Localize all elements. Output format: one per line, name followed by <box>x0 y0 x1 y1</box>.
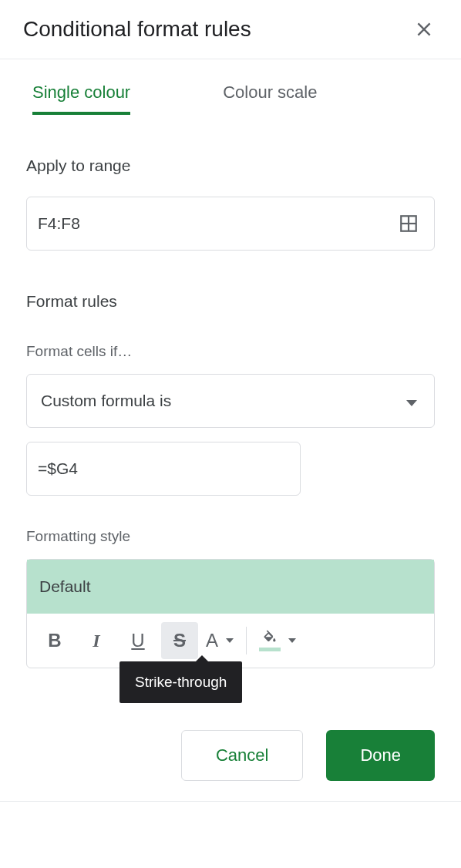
strikethrough-icon: S <box>173 630 186 651</box>
style-toolbar: B I U S A Strike-thro <box>27 614 434 668</box>
tooltip: Strike-through <box>119 661 242 703</box>
svg-marker-5 <box>406 400 417 406</box>
fill-color-button[interactable] <box>256 630 299 651</box>
condition-selected-label: Custom formula is <box>41 392 171 410</box>
tab-colour-scale[interactable]: Colour scale <box>223 82 317 115</box>
range-input[interactable] <box>38 197 395 250</box>
condition-select[interactable]: Custom formula is <box>26 374 435 428</box>
panel-header: Conditional format rules <box>0 0 461 59</box>
apply-range-label: Apply to range <box>26 156 435 175</box>
text-color-button[interactable]: A <box>203 630 237 651</box>
range-field[interactable] <box>26 197 435 251</box>
chevron-down-icon <box>226 638 234 643</box>
strikethrough-button[interactable]: S <box>161 622 198 659</box>
toolbar-divider <box>246 627 247 654</box>
chevron-down-icon <box>288 638 296 643</box>
underline-icon: U <box>131 630 144 651</box>
italic-icon: I <box>93 631 99 651</box>
bold-button[interactable]: B <box>36 622 73 659</box>
close-icon <box>414 19 434 39</box>
text-color-icon: A <box>206 630 218 651</box>
close-button[interactable] <box>409 14 439 45</box>
style-preview[interactable]: Default <box>27 560 434 614</box>
formula-field[interactable] <box>26 442 301 496</box>
tabs: Single colour Colour scale <box>0 59 461 115</box>
italic-button[interactable]: I <box>78 622 115 659</box>
panel-title: Conditional format rules <box>23 17 251 42</box>
format-rules-label: Format rules <box>26 292 435 311</box>
format-cells-if-label: Format cells if… <box>26 343 435 360</box>
conditional-format-panel: Conditional format rules Single colour C… <box>0 0 461 802</box>
fill-color-icon <box>259 630 281 651</box>
style-container: Default B I U S A <box>26 559 435 668</box>
tab-single-colour[interactable]: Single colour <box>32 82 130 115</box>
formatting-style-label: Formatting style <box>26 528 435 545</box>
formula-input[interactable] <box>38 442 289 495</box>
cancel-button[interactable]: Cancel <box>181 730 303 781</box>
dropdown-icon <box>406 392 417 410</box>
done-button[interactable]: Done <box>326 730 435 781</box>
bold-icon: B <box>48 630 61 651</box>
underline-button[interactable]: U <box>119 622 156 659</box>
select-range-button[interactable] <box>395 208 423 239</box>
grid-icon <box>399 214 419 234</box>
